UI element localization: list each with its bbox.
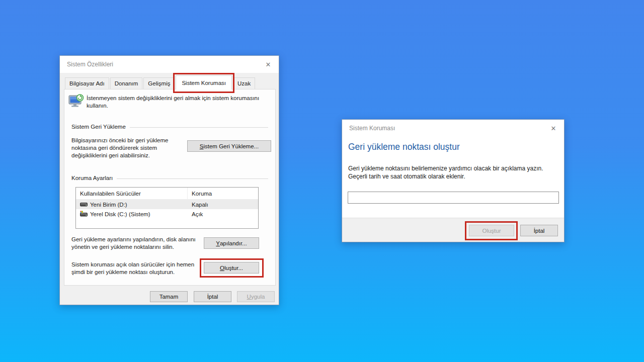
close-icon[interactable]: ✕ [263, 60, 273, 69]
tab-strip: Bilgisayar Adı Donanım Gelişmiş Sistem K… [60, 73, 279, 89]
system-restore-button[interactable]: Sistem Geri Yükleme... [187, 140, 271, 152]
system-protection-tab-page: İstenmeyen sistem değişikliklerini geri … [64, 89, 276, 286]
configure-description: Geri yükleme ayarlarını yapılandırın, di… [71, 236, 201, 251]
window-title: Sistem Koruması [349, 125, 395, 132]
title-bar[interactable]: Sistem Özellikleri ✕ [60, 56, 279, 73]
col-header-drives[interactable]: Kullanılabilen Sürücüler [76, 188, 188, 199]
group-system-restore: Sistem Geri Yükleme [71, 124, 268, 130]
table-row-drive-c[interactable]: Yerel Disk (C:) (Sistem) Açık [76, 209, 258, 219]
window-title: Sistem Özellikleri [67, 61, 113, 68]
create-description: Sistem koruması açık olan sürücüler için… [71, 261, 203, 276]
tab-bilgisayar-adi[interactable]: Bilgisayar Adı [65, 77, 109, 89]
dialog-description: Geri yükleme noktasını belirlemenize yar… [348, 164, 562, 180]
tab-gelismis[interactable]: Gelişmiş [143, 77, 175, 89]
restore-point-name-input[interactable] [348, 192, 559, 204]
ok-button[interactable]: Tamam [150, 291, 188, 302]
drive-status: Açık [188, 211, 258, 217]
restore-description: Bilgisayarınızı önceki bir geri yükleme … [71, 137, 190, 159]
dialog-main-instruction: Geri yükleme noktası oluştur [348, 142, 460, 152]
cancel-button[interactable]: İptal [520, 225, 558, 236]
configure-button[interactable]: Yapılandır... [204, 237, 259, 249]
system-drive-icon [80, 211, 88, 218]
table-row-drive-d[interactable]: Yeni Birim (D:) Kapalı [76, 200, 258, 209]
apply-button[interactable]: Uygula [237, 291, 275, 302]
desktop-background: Sistem Özellikleri ✕ Bilgisayar Adı Dona… [0, 0, 644, 362]
drives-table-header: Kullanılabilen Sürücüler Koruma [76, 188, 258, 200]
title-bar[interactable]: Sistem Koruması ✕ [342, 120, 564, 137]
group-label: Sistem Geri Yükleme [71, 124, 126, 130]
cancel-button[interactable]: İptal [194, 291, 231, 302]
drive-status: Kapalı [188, 202, 258, 208]
group-protection-settings: Koruma Ayarları [71, 175, 268, 181]
tab-donanim[interactable]: Donanım [110, 77, 143, 89]
close-icon[interactable]: ✕ [548, 124, 558, 133]
tab-sistem-korumasi[interactable]: Sistem Koruması [176, 75, 232, 89]
drive-name: Yeni Birim (D:) [90, 202, 127, 208]
group-divider [117, 178, 268, 179]
system-properties-dialog: Sistem Özellikleri ✕ Bilgisayar Adı Dona… [59, 55, 279, 305]
drives-table: Kullanılabilen Sürücüler Koruma Yeni Bir… [75, 187, 259, 229]
system-restore-icon [68, 94, 84, 111]
tab-uzak[interactable]: Uzak [233, 77, 255, 89]
group-label: Koruma Ayarları [71, 175, 113, 181]
col-header-protection[interactable]: Koruma [188, 191, 258, 197]
tab-intro-text: İstenmeyen sistem değişikliklerini geri … [87, 95, 270, 110]
drive-name: Yerel Disk (C:) (Sistem) [90, 211, 150, 217]
create-button[interactable]: Oluştur [469, 225, 514, 236]
drive-icon [80, 201, 88, 208]
group-divider [130, 127, 268, 128]
create-restore-point-dialog: Sistem Koruması ✕ Geri yükleme noktası o… [342, 119, 565, 242]
create-restore-point-button[interactable]: Oluştur... [204, 262, 259, 274]
